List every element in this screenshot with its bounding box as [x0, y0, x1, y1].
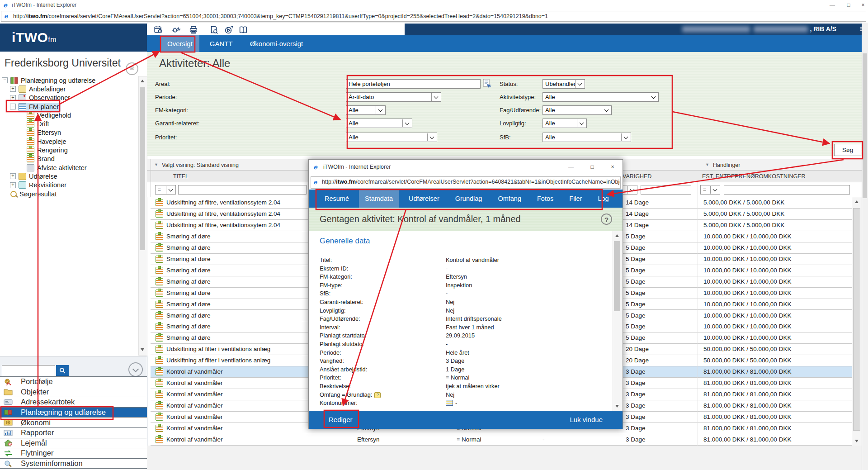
- tree-item-rengøring[interactable]: Rengøring: [0, 146, 154, 154]
- printer-icon[interactable]: [188, 24, 199, 35]
- expander-plus-icon[interactable]: +: [10, 95, 16, 101]
- detail-tab-grundlag[interactable]: Grundlag: [449, 190, 488, 208]
- maximize-button[interactable]: □: [583, 160, 601, 175]
- address-field[interactable]: e http://itwo.fm/corefmareal/servlet/Cor…: [1, 11, 866, 22]
- minimize-button[interactable]: —: [562, 160, 580, 175]
- tree-item-drift[interactable]: Drift: [0, 120, 154, 128]
- comment-icon[interactable]: ?: [374, 392, 381, 398]
- sidebar-item-flytninger[interactable]: Flytninger: [0, 448, 147, 459]
- tree-item-anbefalinger[interactable]: +Anbefalinger: [0, 85, 146, 93]
- expander-plus-icon[interactable]: +: [10, 173, 16, 179]
- dropdown-arrow-icon[interactable]: [431, 93, 440, 101]
- sidebar-item-planlægning-og-udførelse[interactable]: Planlægning og udførelse: [0, 408, 147, 418]
- scrollbar-thumb[interactable]: [140, 87, 145, 250]
- sidebar-item-portefølje[interactable]: Portefølje: [0, 377, 147, 387]
- dropdown-arrow-icon[interactable]: [621, 133, 630, 141]
- collapse-triangle-icon[interactable]: ▼: [154, 162, 158, 167]
- tools-icon[interactable]: [171, 24, 182, 35]
- garanti-relateret-select[interactable]: Alle: [346, 119, 412, 128]
- detail-tab-stamdata[interactable]: Stamdata: [359, 190, 399, 208]
- expander-minus-icon[interactable]: −: [2, 77, 8, 83]
- tree-item-brand[interactable]: Brand: [0, 155, 154, 163]
- scroll-up-icon[interactable]: [139, 77, 146, 85]
- sidebar-item-lejemål[interactable]: Lejemål: [0, 438, 147, 449]
- fag-udførende-select[interactable]: Alle: [542, 105, 612, 115]
- scroll-down-icon[interactable]: [613, 403, 621, 410]
- lovpligtig-select[interactable]: Alle: [542, 119, 587, 128]
- dropdown-arrow-icon[interactable]: [427, 133, 436, 141]
- table-scrollbar-thumb[interactable]: [853, 208, 860, 431]
- tab-oversigt[interactable]: Oversigt: [160, 35, 199, 52]
- cost-filter-input[interactable]: [724, 185, 850, 195]
- calendar-icon[interactable]: [153, 24, 164, 35]
- detail-scrollbar-thumb[interactable]: [614, 241, 620, 311]
- detail-tab-fotos[interactable]: Fotos: [531, 190, 559, 208]
- areal-input[interactable]: [346, 79, 481, 89]
- cost-operator-select[interactable]: =: [700, 185, 720, 195]
- dropdown-arrow-icon[interactable]: [402, 119, 411, 127]
- scroll-up-icon[interactable]: [853, 198, 860, 205]
- sidebar-search-input[interactable]: [2, 365, 55, 377]
- close-button[interactable]: ×: [856, 0, 868, 10]
- aktivitetstype-select[interactable]: Alle: [542, 92, 659, 102]
- periode-select[interactable]: År-til-dato: [346, 92, 441, 102]
- tree-item-planlægning-og-udførelse[interactable]: −Planlægning og udførelse: [0, 76, 137, 85]
- detail-tab-resum[interactable]: Resumé: [319, 190, 355, 208]
- close-button[interactable]: ×: [604, 160, 622, 175]
- sidebar-item-økonomi[interactable]: Økonomi: [0, 418, 147, 428]
- tree-item-afviste-aktiviteter[interactable]: Afviste aktiviteter: [0, 163, 154, 172]
- dropdown-arrow-icon[interactable]: [575, 80, 584, 88]
- dropdown-arrow-icon[interactable]: [577, 119, 586, 127]
- maximize-button[interactable]: □: [842, 0, 855, 10]
- tree-scrollbar[interactable]: [138, 76, 147, 356]
- scroll-down-icon[interactable]: [139, 346, 146, 353]
- varighed-filter-input[interactable]: [641, 185, 691, 195]
- tree-item-eftersyn[interactable]: Eftersyn: [0, 128, 154, 137]
- soeg-button[interactable]: Søg: [834, 144, 861, 156]
- prioritet-select[interactable]: Alle: [346, 133, 437, 142]
- expander-plus-icon[interactable]: +: [10, 182, 16, 188]
- chevron-down-icon[interactable]: [128, 362, 143, 377]
- tree-item-rekvisitioner[interactable]: +Rekvisitioner: [0, 181, 146, 190]
- status-select[interactable]: Ubehandlede: [542, 79, 585, 89]
- sidebar-item-rapporter[interactable]: Rapporter: [0, 428, 147, 438]
- sidebar-item-systeminformation[interactable]: Systeminformation: [0, 459, 147, 469]
- expander-plus-icon[interactable]: +: [10, 86, 16, 92]
- scroll-up-icon[interactable]: [613, 232, 621, 239]
- tree-item-fm-planer[interactable]: −FM-planer: [0, 102, 146, 111]
- luk-vindue-button[interactable]: Luk vindue: [570, 411, 603, 429]
- tree-item-søgeresultat[interactable]: Søgeresultat: [0, 190, 137, 198]
- areal-picker-icon[interactable]: [483, 79, 492, 89]
- table-row[interactable]: Kontrol af vandmålerEftersyn≡Normal-3 Da…: [151, 434, 852, 446]
- detail-tab-udførelser[interactable]: Udførelser: [403, 190, 445, 208]
- expander-minus-icon[interactable]: −: [10, 104, 16, 109]
- dropdown-arrow-icon[interactable]: [649, 93, 658, 101]
- tab-økonomi-oversigt[interactable]: Økonomi-oversigt: [243, 35, 310, 52]
- help-icon[interactable]: ?: [601, 214, 612, 225]
- minimize-button[interactable]: —: [826, 0, 839, 10]
- detail-tab-omfang[interactable]: Omfang: [492, 190, 527, 208]
- tree-item-observationer[interactable]: +Observationer: [0, 94, 146, 102]
- fm-kategori-select[interactable]: Alle: [346, 105, 386, 115]
- book-icon[interactable]: [238, 24, 249, 35]
- envelope-icon[interactable]: ✉: [126, 62, 138, 75]
- media-icon[interactable]: [223, 24, 234, 35]
- scroll-down-icon[interactable]: [853, 437, 860, 445]
- tree-item-vedligehold[interactable]: Vedligehold: [0, 111, 154, 119]
- dropdown-arrow-icon[interactable]: [376, 106, 385, 114]
- sidebar-item-objekter[interactable]: Objekter: [0, 387, 147, 398]
- sfb-select[interactable]: Alle: [542, 133, 631, 142]
- detail-tab-filer[interactable]: Filer: [563, 190, 588, 208]
- address-field[interactable]: e http://itwo.fm/corefmareal/servlet/Cor…: [311, 176, 621, 189]
- document-search-icon[interactable]: [209, 24, 220, 35]
- rediger-button[interactable]: Rediger: [329, 411, 353, 429]
- tree-item-udførelse[interactable]: +Udførelse: [0, 172, 146, 180]
- sidebar-item-adressekartotek[interactable]: Adressekartotek: [0, 397, 147, 408]
- titel-operator-select[interactable]: =: [155, 185, 176, 195]
- tab-gantt[interactable]: GANTT: [203, 35, 240, 52]
- dropdown-arrow-icon[interactable]: [602, 106, 611, 114]
- column-est-omkostninger[interactable]: EST. ENTREPRENØROMKOSTNINGER: [702, 173, 806, 180]
- column-titel[interactable]: TITEL: [173, 173, 189, 180]
- search-icon[interactable]: [56, 365, 69, 376]
- tree-item-havepleje[interactable]: Havepleje: [0, 137, 154, 146]
